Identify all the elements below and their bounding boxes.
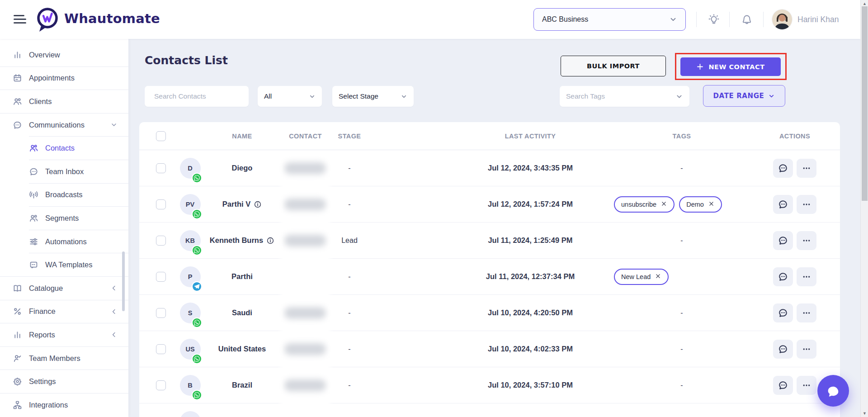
row-checkbox[interactable]: [156, 199, 166, 209]
last-activity-value: Jul 12, 2024, 1:57:24 PM: [447, 200, 614, 208]
tag-pill[interactable]: unsubscribe: [614, 196, 675, 213]
sidebar-item-catalogue[interactable]: Catalogue: [0, 277, 128, 300]
page-title: Contacts List: [145, 54, 228, 67]
avatar: D: [180, 158, 201, 179]
open-chat-button[interactable]: [773, 231, 793, 250]
chevron-down-icon: [669, 15, 677, 24]
contact-name: Brazil: [207, 381, 277, 389]
avatar-cell: PV: [173, 194, 207, 215]
open-chat-button[interactable]: [773, 159, 793, 178]
bulk-import-button[interactable]: BULK IMPORT: [561, 56, 666, 76]
last-activity-value: Jul 10, 2024, 3:57:10 PM: [447, 381, 614, 389]
whautomate-app: Whautomate ABC Business: [0, 0, 868, 417]
open-chat-button[interactable]: [773, 340, 793, 359]
last-activity-value: Jul 11, 2024, 12:37:34 PM: [447, 272, 614, 281]
tag-pill[interactable]: New Lead: [614, 269, 669, 285]
avatar: P: [180, 266, 201, 287]
more-options-button[interactable]: [797, 231, 816, 250]
tags-filter-dropdown[interactable]: Search Tags: [560, 86, 689, 107]
last-activity-value: Jul 12, 2024, 3:43:35 PM: [447, 164, 614, 172]
row-checkbox[interactable]: [156, 380, 166, 390]
more-options-button[interactable]: [797, 267, 816, 286]
more-options-button[interactable]: [797, 340, 816, 359]
date-range-button[interactable]: DATE RANGE: [703, 85, 785, 107]
open-chat-button[interactable]: [773, 195, 793, 214]
more-options-button[interactable]: [797, 195, 816, 214]
sidebar-item-clients[interactable]: Clients: [0, 90, 128, 113]
template-icon: [29, 260, 38, 270]
people-icon: [29, 143, 38, 153]
sidebar-item-wa-templates[interactable]: WA Templates: [0, 253, 128, 276]
sidebar-item-broadcasts[interactable]: Broadcasts: [0, 184, 128, 207]
hamburger-menu-icon[interactable]: [14, 15, 26, 24]
info-icon[interactable]: [254, 200, 262, 208]
row-checkbox[interactable]: [156, 272, 166, 282]
more-options-button[interactable]: [797, 376, 816, 395]
scroll-down-arrow-icon[interactable]: ▼: [861, 410, 868, 417]
page-scrollbar[interactable]: ▲ ▼: [860, 0, 868, 417]
sidebar-item-appointments[interactable]: Appointments: [0, 67, 128, 90]
sidebar-scrollbar-thumb[interactable]: [122, 251, 125, 311]
sidebar-item-reports[interactable]: Reports: [0, 323, 128, 346]
tags-cell: New Lead: [614, 269, 750, 285]
new-contact-button[interactable]: NEW CONTACT: [680, 57, 781, 76]
stage-filter-placeholder: Select Stage: [339, 92, 378, 100]
tag-pill[interactable]: Demo: [679, 196, 722, 213]
row-checkbox[interactable]: [156, 308, 166, 318]
stage-value: -: [334, 200, 365, 208]
tips-lightbulb-icon[interactable]: [707, 13, 721, 27]
gear-icon: [13, 377, 22, 386]
channel-filter-dropdown[interactable]: All: [258, 86, 322, 107]
contact-name-text: Parthi V: [222, 200, 250, 208]
info-icon[interactable]: [266, 237, 274, 245]
open-chat-button[interactable]: [773, 376, 793, 395]
sidebar-item-segments[interactable]: Segments: [0, 207, 128, 230]
stage-value: -: [334, 309, 365, 317]
last-activity-value: Jul 10, 2024, 4:02:33 PM: [447, 345, 614, 353]
remove-tag-icon[interactable]: [708, 200, 715, 208]
more-options-button[interactable]: [797, 159, 816, 178]
plus-icon: [696, 63, 704, 71]
more-options-button[interactable]: [797, 303, 816, 322]
row-checkbox[interactable]: [156, 344, 166, 354]
contact-name: Kenneth Burns: [207, 236, 277, 245]
main-content: Contacts List BULK IMPORT NEW CONTACT Al…: [128, 39, 860, 417]
business-selector-dropdown[interactable]: ABC Business: [533, 8, 686, 31]
chevron-down-icon: [110, 121, 118, 128]
remove-tag-icon[interactable]: [655, 273, 661, 281]
sidebar-item-overview[interactable]: Overview: [0, 43, 128, 66]
remove-tag-icon[interactable]: [660, 200, 667, 208]
select-all-checkbox[interactable]: [156, 131, 166, 141]
actions-cell: [750, 267, 840, 286]
contact-name-text: Diego: [232, 164, 253, 172]
column-header-last-activity: LAST ACTIVITY: [447, 133, 614, 140]
sidebar-item-finance[interactable]: Finance: [0, 300, 128, 323]
tags-filter-placeholder: Search Tags: [566, 92, 605, 100]
user-avatar[interactable]: [772, 9, 792, 29]
search-contacts-field[interactable]: [145, 86, 249, 107]
notifications-bell-icon[interactable]: [740, 13, 754, 27]
stage-filter-dropdown[interactable]: Select Stage: [332, 86, 414, 107]
sidebar-item-automations[interactable]: Automations: [0, 230, 128, 253]
contact-name: Parthi V: [207, 200, 277, 208]
scrollbar-thumb[interactable]: [862, 6, 868, 201]
sidebar-item-team-inbox[interactable]: Team Inbox: [0, 160, 128, 183]
row-checkbox[interactable]: [156, 236, 166, 246]
search-contacts-input[interactable]: [154, 92, 245, 100]
sidebar-item-settings[interactable]: Settings: [0, 370, 128, 393]
contact-name-text: Brazil: [232, 381, 252, 389]
open-chat-button[interactable]: [773, 303, 793, 322]
brand-name: Whautomate: [64, 11, 160, 26]
support-chat-fab[interactable]: [817, 375, 849, 407]
sidebar-item-contacts[interactable]: Contacts: [0, 137, 128, 160]
tags-cell: unsubscribeDemo: [614, 196, 750, 213]
sidebar-item-label: WA Templates: [45, 261, 93, 269]
sidebar-item-team-members[interactable]: Team Members: [0, 347, 128, 370]
actions-cell: [750, 231, 840, 250]
sidebar-item-integrations[interactable]: Integrations: [0, 393, 128, 417]
row-checkbox[interactable]: [156, 163, 166, 173]
contact-name-text: Parthi: [231, 272, 253, 281]
last-activity-value: Jul 11, 2024, 1:25:49 PM: [447, 236, 614, 245]
open-chat-button[interactable]: [773, 267, 793, 286]
sidebar-item-communications[interactable]: Communications: [0, 114, 128, 137]
